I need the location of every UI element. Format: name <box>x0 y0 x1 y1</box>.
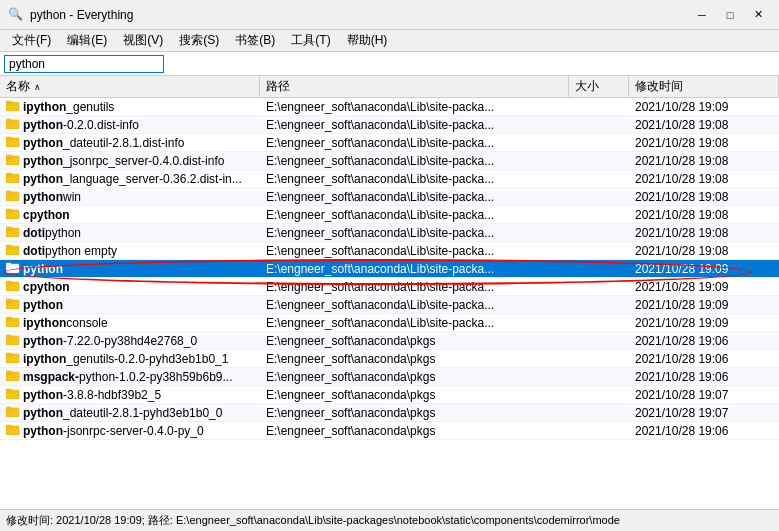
folder-icon <box>6 189 20 204</box>
folder-icon <box>6 297 20 312</box>
cell-modified: 2021/10/28 19:08 <box>629 170 779 187</box>
folder-icon <box>6 405 20 420</box>
cell-path: E:\engneer_soft\anaconda\Lib\site-packa.… <box>260 134 569 151</box>
svg-rect-2 <box>6 101 11 103</box>
table-row[interactable]: cpythonE:\engneer_soft\anaconda\Lib\site… <box>0 206 779 224</box>
cell-name: ipython_genutils <box>0 98 260 115</box>
svg-rect-47 <box>6 371 11 373</box>
cell-path: E:\engneer_soft\anaconda\Lib\site-packa.… <box>260 314 569 331</box>
search-input[interactable] <box>4 55 164 73</box>
table-row[interactable]: python_dateutil-2.8.1-pyhd3eb1b0_0E:\eng… <box>0 404 779 422</box>
table-row[interactable]: pythonwinE:\engneer_soft\anaconda\Lib\si… <box>0 188 779 206</box>
table-row[interactable]: python-3.8.8-hdbf39b2_5E:\engneer_soft\a… <box>0 386 779 404</box>
svg-rect-14 <box>6 173 11 175</box>
table-row[interactable]: pythonE:\engneer_soft\anaconda\Lib\site-… <box>0 260 779 278</box>
table-row[interactable]: python-7.22.0-py38hd4e2768_0E:\engneer_s… <box>0 332 779 350</box>
table-row[interactable]: ipythonconsoleE:\engneer_soft\anaconda\L… <box>0 314 779 332</box>
cell-path: E:\engneer_soft\anaconda\pkgs <box>260 422 569 439</box>
cell-modified: 2021/10/28 19:08 <box>629 116 779 133</box>
table-row[interactable]: dotipythonE:\engneer_soft\anaconda\Lib\s… <box>0 224 779 242</box>
menu-item[interactable]: 工具(T) <box>283 30 338 51</box>
svg-rect-38 <box>6 317 11 319</box>
table-row[interactable]: ipython_genutilsE:\engneer_soft\anaconda… <box>0 98 779 116</box>
svg-rect-26 <box>6 245 11 247</box>
cell-size <box>569 260 629 277</box>
table-row[interactable]: cpythonE:\engneer_soft\anaconda\Lib\site… <box>0 278 779 296</box>
cell-path: E:\engneer_soft\anaconda\Lib\site-packa.… <box>260 278 569 295</box>
table-header: 名称 ∧ 路径 大小 修改时间 <box>0 76 779 98</box>
col-header-modified[interactable]: 修改时间 <box>629 76 779 97</box>
cell-name: msgpack-python-1.0.2-py38h59b6b9... <box>0 368 260 385</box>
svg-rect-23 <box>6 227 11 229</box>
cell-path: E:\engneer_soft\anaconda\pkgs <box>260 386 569 403</box>
table-row[interactable]: dotipython emptyE:\engneer_soft\anaconda… <box>0 242 779 260</box>
cell-size <box>569 350 629 367</box>
menu-item[interactable]: 帮助(H) <box>339 30 396 51</box>
menu-item[interactable]: 编辑(E) <box>59 30 115 51</box>
folder-icon <box>6 261 20 276</box>
svg-rect-32 <box>6 281 11 283</box>
cell-size <box>569 422 629 439</box>
table-row[interactable]: python_jsonrpc_server-0.4.0.dist-infoE:\… <box>0 152 779 170</box>
col-header-size[interactable]: 大小 <box>569 76 629 97</box>
cell-modified: 2021/10/28 19:07 <box>629 386 779 403</box>
title-bar: 🔍 python - Everything ─ □ ✕ <box>0 0 779 30</box>
table-row[interactable]: python_language_server-0.36.2.dist-in...… <box>0 170 779 188</box>
cell-modified: 2021/10/28 19:08 <box>629 188 779 205</box>
cell-modified: 2021/10/28 19:06 <box>629 350 779 367</box>
cell-size <box>569 386 629 403</box>
cell-size <box>569 296 629 313</box>
close-button[interactable]: ✕ <box>745 5 771 25</box>
cell-path: E:\engneer_soft\anaconda\Lib\site-packa.… <box>260 224 569 241</box>
cell-name: python-7.22.0-py38hd4e2768_0 <box>0 332 260 349</box>
col-header-name[interactable]: 名称 ∧ <box>0 76 260 97</box>
cell-size <box>569 206 629 223</box>
app-icon: 🔍 <box>8 7 24 23</box>
folder-icon <box>6 351 20 366</box>
cell-name: python-3.8.8-hdbf39b2_5 <box>0 386 260 403</box>
cell-modified: 2021/10/28 19:08 <box>629 242 779 259</box>
folder-icon <box>6 387 20 402</box>
menu-item[interactable]: 文件(F) <box>4 30 59 51</box>
table-row[interactable]: msgpack-python-1.0.2-py38h59b6b9...E:\en… <box>0 368 779 386</box>
cell-name: dotipython empty <box>0 242 260 259</box>
cell-size <box>569 224 629 241</box>
status-text: 修改时间: 2021/10/28 19:09; 路径: E:\engneer_s… <box>6 513 620 528</box>
table-row[interactable]: ipython_genutils-0.2.0-pyhd3eb1b0_1E:\en… <box>0 350 779 368</box>
cell-modified: 2021/10/28 19:08 <box>629 134 779 151</box>
col-header-path[interactable]: 路径 <box>260 76 569 97</box>
cell-modified: 2021/10/28 19:09 <box>629 296 779 313</box>
cell-modified: 2021/10/28 19:09 <box>629 278 779 295</box>
minimize-button[interactable]: ─ <box>689 5 715 25</box>
table-row[interactable]: python-jsonrpc-server-0.4.0-py_0E:\engne… <box>0 422 779 440</box>
cell-name: python_dateutil-2.8.1.dist-info <box>0 134 260 151</box>
menu-item[interactable]: 视图(V) <box>115 30 171 51</box>
table-body[interactable]: ipython_genutilsE:\engneer_soft\anaconda… <box>0 98 779 509</box>
folder-icon <box>6 315 20 330</box>
cell-name: cpython <box>0 206 260 223</box>
cell-path: E:\engneer_soft\anaconda\Lib\site-packa.… <box>260 170 569 187</box>
cell-modified: 2021/10/28 19:06 <box>629 368 779 385</box>
cell-name: cpython <box>0 278 260 295</box>
cell-name: python_dateutil-2.8.1-pyhd3eb1b0_0 <box>0 404 260 421</box>
table-row[interactable]: pythonE:\engneer_soft\anaconda\Lib\site-… <box>0 296 779 314</box>
table-row[interactable]: python_dateutil-2.8.1.dist-infoE:\engnee… <box>0 134 779 152</box>
table-row[interactable]: python-0.2.0.dist-infoE:\engneer_soft\an… <box>0 116 779 134</box>
maximize-button[interactable]: □ <box>717 5 743 25</box>
cell-path: E:\engneer_soft\anaconda\Lib\site-packa.… <box>260 116 569 133</box>
title-text: python - Everything <box>30 8 133 22</box>
cell-size <box>569 278 629 295</box>
cell-name: python <box>0 260 260 277</box>
cell-path: E:\engneer_soft\anaconda\Lib\site-packa.… <box>260 260 569 277</box>
cell-path: E:\engneer_soft\anaconda\Lib\site-packa.… <box>260 242 569 259</box>
svg-rect-53 <box>6 407 11 409</box>
title-controls: ─ □ ✕ <box>689 5 771 25</box>
menu-item[interactable]: 书签(B) <box>227 30 283 51</box>
folder-icon <box>6 243 20 258</box>
cell-name: python-jsonrpc-server-0.4.0-py_0 <box>0 422 260 439</box>
svg-rect-56 <box>6 425 11 427</box>
folder-icon <box>6 99 20 114</box>
menu-item[interactable]: 搜索(S) <box>171 30 227 51</box>
svg-rect-35 <box>6 299 11 301</box>
cell-modified: 2021/10/28 19:08 <box>629 152 779 169</box>
